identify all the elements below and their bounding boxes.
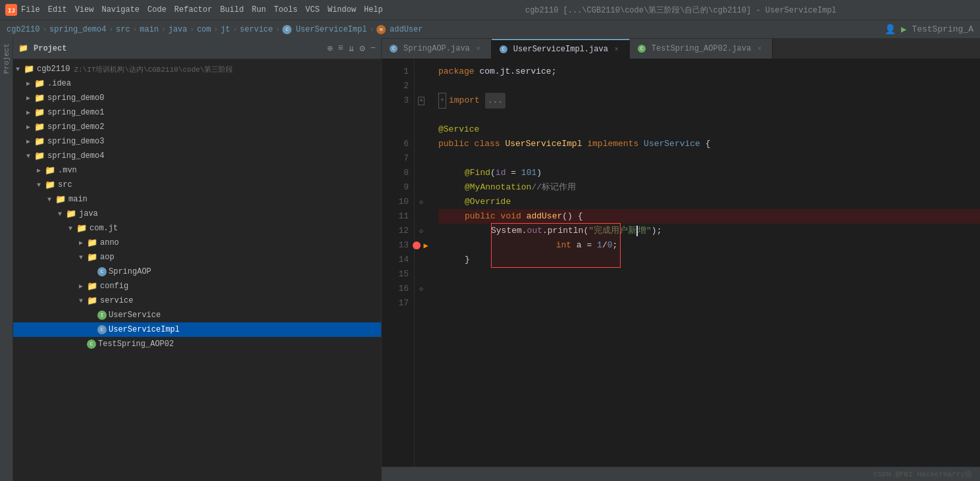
menu-window[interactable]: Window: [328, 5, 356, 14]
java-folder-icon: 📁: [66, 209, 76, 219]
run-icon[interactable]: ▶: [901, 24, 906, 35]
testspring-label: TestSpring_AOP02: [98, 340, 174, 349]
src-label: src: [58, 180, 72, 190]
menu-file[interactable]: File: [21, 5, 40, 14]
line-num-9: 9: [384, 180, 409, 195]
sidebar-vertical-tab: Project: [0, 38, 13, 481]
fold-icon-12[interactable]: ◇: [419, 227, 423, 235]
breadcrumb-jt[interactable]: jt: [220, 25, 230, 34]
tree-aop[interactable]: ▼ 📁 aop: [13, 250, 381, 265]
code-editor[interactable]: 1 2 3 6 7 8 9 10 11 12 13 14 15 16 17: [382, 59, 980, 467]
userserviceimpl-label: UserServiceImpl: [109, 325, 180, 334]
menu-help[interactable]: Help: [364, 5, 383, 14]
tree-java[interactable]: ▼ 📁 java: [13, 207, 381, 221]
app-logo: IJ: [5, 4, 17, 16]
tab-userserviceimpl-close[interactable]: ×: [612, 46, 621, 53]
collapse-icon[interactable]: ⇊: [349, 43, 354, 54]
code-line-8: public class UserServiceImpl implements …: [438, 137, 980, 151]
menu-edit[interactable]: Edit: [48, 5, 67, 14]
tree-mvn[interactable]: ▶ 📁 .mvn: [13, 163, 381, 178]
tab-springaop[interactable]: C SpringAOP.java ×: [382, 39, 492, 59]
fold-icon-16[interactable]: ◇: [419, 285, 423, 293]
tree-main[interactable]: ▼ 📁 main: [13, 192, 381, 207]
root-folder-icon: 📁: [24, 64, 34, 74]
settings-search[interactable]: TestSpring_A: [912, 24, 973, 34]
menu-tools[interactable]: Tools: [274, 5, 297, 14]
tree-spring-demo4[interactable]: ▼ 📁 spring_demo4: [13, 149, 381, 163]
tab-userserviceimpl[interactable]: C UserServiceImpl.java ×: [492, 39, 630, 59]
gutter-1: [415, 64, 428, 79]
tree-testspring[interactable]: C TestSpring_AOP02: [13, 337, 381, 351]
menu-build[interactable]: Build: [220, 5, 244, 14]
breadcrumb-userserviceimpl[interactable]: UserServiceImpl: [296, 25, 367, 34]
menu-view[interactable]: View: [75, 5, 94, 14]
menu-run[interactable]: Run: [251, 5, 266, 14]
demo1-label: spring_demo1: [47, 108, 104, 117]
scroll-to-icon[interactable]: ≡: [338, 43, 343, 54]
tree-userserviceimpl[interactable]: C UserServiceImpl: [13, 322, 381, 337]
import-fold-icon[interactable]: +: [438, 93, 446, 109]
tree-root[interactable]: ▼ 📁 cgb2110 Z:\IT培训机构\达内\CGB2110\code\第三…: [13, 62, 381, 76]
code-content[interactable]: package com.jt.service; +import ... @Ser…: [428, 59, 980, 467]
settings-icon[interactable]: ⚙: [359, 43, 365, 54]
tree-service[interactable]: ▼ 📁 service: [13, 293, 381, 308]
code-line-12: @Override: [438, 195, 980, 209]
tree-spring-demo0[interactable]: ▶ 📁 spring_demo0: [13, 91, 381, 105]
editor-area: C SpringAOP.java × C UserServiceImpl.jav…: [382, 38, 980, 481]
fold-icon-10[interactable]: ◇: [419, 198, 423, 206]
breadcrumb-main[interactable]: main: [140, 25, 159, 34]
close-panel-icon[interactable]: −: [371, 43, 376, 54]
tab-testspring[interactable]: C TestSpring_AOP02.java ×: [630, 39, 773, 59]
tree-comjt[interactable]: ▼ 📁 com.jt: [13, 221, 381, 236]
demo0-label: spring_demo0: [47, 93, 104, 103]
line-num-5: [384, 122, 409, 137]
tree-anno[interactable]: ▶ 📁 anno: [13, 236, 381, 250]
aop-label: aop: [100, 253, 115, 262]
breadcrumb-service[interactable]: service: [240, 25, 272, 34]
aop-folder-icon: 📁: [87, 252, 97, 263]
breadcrumb-src[interactable]: src: [116, 25, 130, 34]
gutter-8: [415, 166, 428, 180]
service-folder-icon: 📁: [87, 295, 97, 306]
tree-springaop[interactable]: C SpringAOP: [13, 265, 381, 279]
fold-icon-3[interactable]: +: [418, 97, 425, 105]
gutter-17: [415, 296, 428, 311]
tree-spring-demo2[interactable]: ▶ 📁 spring_demo2: [13, 120, 381, 134]
menu-code[interactable]: Code: [147, 5, 167, 14]
menu-bar[interactable]: File Edit View Navigate Code Refactor Bu…: [21, 5, 383, 14]
tree-src[interactable]: ▼ 📁 src: [13, 178, 381, 192]
userservice-interface-icon: I: [97, 311, 107, 320]
demo2-label: spring_demo2: [47, 122, 104, 132]
tree-idea[interactable]: ▶ 📁 .idea: [13, 76, 381, 91]
tab-springaop-label: SpringAOP.java: [403, 44, 470, 53]
menu-refactor[interactable]: Refactor: [174, 5, 213, 14]
tab-springaop-close[interactable]: ×: [474, 45, 483, 53]
line-num-14: 14: [384, 253, 409, 267]
menu-vcs[interactable]: VCS: [305, 5, 320, 14]
main-folder-icon: 📁: [55, 194, 66, 205]
breadcrumb-method-icon: m: [376, 25, 386, 34]
code-line-7: @Service: [438, 122, 980, 137]
breadcrumb-java[interactable]: java: [168, 25, 188, 34]
tree-userservice[interactable]: I UserService: [13, 308, 381, 322]
project-tab-label[interactable]: Project: [1, 41, 12, 76]
user-icon[interactable]: 👤: [885, 24, 896, 35]
gutter-3: +: [415, 93, 428, 108]
tree-spring-demo1[interactable]: ▶ 📁 spring_demo1: [13, 105, 381, 120]
line-num-2: 2: [384, 79, 409, 93]
breadcrumb-right: 👤 ▶ TestSpring_A: [885, 24, 973, 35]
breadcrumb-adduser[interactable]: addUser: [390, 25, 423, 34]
tree-spring-demo3[interactable]: ▶ 📁 spring_demo3: [13, 134, 381, 149]
line-num-4: [384, 108, 409, 122]
breadcrumb-com[interactable]: com: [197, 25, 211, 34]
java-label: java: [79, 209, 98, 218]
tab-testspring-close[interactable]: ×: [755, 45, 764, 53]
breadcrumb-spring-demo4[interactable]: spring_demo4: [49, 25, 106, 34]
tree-config[interactable]: ▶ 📁 config: [13, 279, 381, 293]
gutter-15: [415, 267, 428, 282]
scope-icon[interactable]: ⊕: [327, 43, 332, 54]
breadcrumb-cgb2110[interactable]: cgb2110: [7, 25, 39, 34]
menu-navigate[interactable]: Navigate: [101, 5, 140, 14]
demo3-label: spring_demo3: [47, 137, 104, 146]
breakpoint-13[interactable]: [413, 241, 421, 249]
